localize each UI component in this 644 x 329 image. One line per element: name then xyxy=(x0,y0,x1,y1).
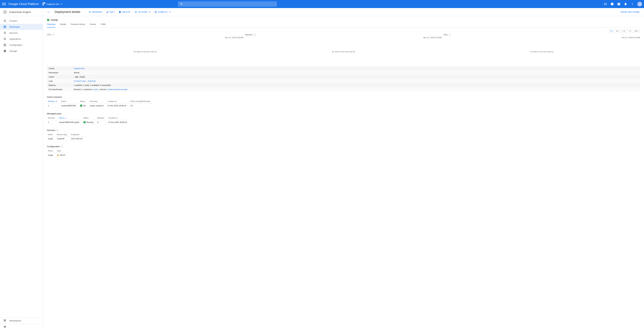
kv-key: Labels xyxy=(47,76,74,78)
col-pods[interactable]: Pods running/Pods total xyxy=(129,99,153,104)
col-created[interactable]: Created on xyxy=(106,99,129,104)
nav-storage[interactable]: Storage xyxy=(0,48,43,54)
col-name[interactable]: Name xyxy=(47,132,56,137)
brand-title: Google Cloud Platform xyxy=(8,2,39,6)
col-restarts[interactable]: Restarts xyxy=(96,116,107,120)
help-icon[interactable]: ? xyxy=(254,34,256,36)
nav-marketplace[interactable]: Marketplace xyxy=(0,318,43,324)
nav-services[interactable]: Services xyxy=(0,30,43,36)
caret-down-icon xyxy=(61,4,62,4)
search-icon xyxy=(180,2,183,6)
refresh-button[interactable]: REFRESH xyxy=(88,11,102,14)
tab-details[interactable]: Details xyxy=(60,23,66,27)
actions-button[interactable]: ACTIONS xyxy=(134,11,150,14)
services-table: Name Service type Endpoints mysql Cluste… xyxy=(47,132,86,141)
table-row[interactable]: 1 mysql-d55697945 ✓OK mysql: mysql:5.6 2… xyxy=(47,104,153,108)
cluster-link[interactable]: magento-test xyxy=(74,68,84,70)
status-ok-icon: ✓ xyxy=(47,19,49,21)
cpu-chart: CPU? Nov 21, 2018 9:33 AM No data for th… xyxy=(47,34,243,64)
tab-revision-history[interactable]: Revision history xyxy=(71,23,85,27)
range-1d[interactable]: 1 d xyxy=(621,29,627,33)
chart-nodata: No data for this time interval xyxy=(245,38,442,64)
hamburger-menu[interactable] xyxy=(2,2,6,6)
more-vert-icon[interactable] xyxy=(630,2,634,6)
managed-pods-title: Managed pods xyxy=(47,112,640,115)
range-30d[interactable]: 30 d xyxy=(633,29,640,33)
chart-nodata: No data for this time interval xyxy=(47,38,243,64)
col-name[interactable]: Name xyxy=(60,99,79,104)
configuration-table: Name Type mysql 🔒 Secret xyxy=(47,149,68,157)
memory-chart: Memory? Nov 21, 2018 9:33 AM No data for… xyxy=(245,34,442,64)
col-name[interactable]: Name ▲ xyxy=(58,116,82,120)
audit-logs-link[interactable]: Audit logs xyxy=(88,80,96,82)
col-summary[interactable]: Summary xyxy=(89,99,107,104)
col-status[interactable]: Status xyxy=(79,99,89,104)
product-title: Kubernetes Engine xyxy=(10,10,31,14)
project-name: magento-test xyxy=(46,3,59,5)
disk-chart: Disk? Nov 21, 2018 9:33 AM No data for t… xyxy=(444,34,640,64)
col-revision[interactable]: Revision xyxy=(47,116,58,120)
range-1h[interactable]: 1 h xyxy=(608,29,614,33)
help-icon[interactable]: ? xyxy=(61,146,63,148)
nav-label: Marketplace xyxy=(10,320,21,322)
chart-title: Disk xyxy=(444,34,448,36)
search-input[interactable] xyxy=(178,1,277,7)
kv-key: Replicas xyxy=(47,84,74,86)
volume-link[interactable]: mysql-persistent-storage xyxy=(107,88,127,90)
range-6h[interactable]: 6 h xyxy=(615,29,621,33)
col-created[interactable]: Created on xyxy=(107,116,130,120)
product-header: Kubernetes Engine xyxy=(0,8,43,16)
active-revisions-table: Revision ▼ Name Status Summary Created o… xyxy=(47,99,153,108)
table-row[interactable]: mysql ClusterIP 10.47.243.127 xyxy=(47,137,86,141)
back-arrow-icon[interactable]: ← xyxy=(47,10,51,14)
time-range-selector: 1 h 6 h 1 d 7 d 30 d xyxy=(608,29,640,33)
range-7d[interactable]: 7 d xyxy=(627,29,633,33)
kv-key: Cluster xyxy=(47,68,74,70)
project-selector[interactable]: magento-test xyxy=(42,2,62,6)
feedback-icon[interactable] xyxy=(610,2,614,6)
nav-label: Configuration xyxy=(10,44,22,46)
notifications-icon[interactable] xyxy=(624,2,627,6)
col-name[interactable]: Name xyxy=(47,149,56,153)
page-title: Deployment details xyxy=(55,10,80,14)
table-row[interactable]: mysql 🔒 Secret xyxy=(47,153,68,157)
show-info-panel-button[interactable]: SHOW INFO PANEL xyxy=(620,11,640,13)
services-title: Services xyxy=(47,129,55,132)
help-icon[interactable]: ? xyxy=(448,34,451,36)
kv-key: Namespace xyxy=(47,72,74,74)
chart-title: CPU xyxy=(47,34,51,36)
table-row[interactable]: 1 mysql-d55697945-vgs5d ✓Running 0 21 No… xyxy=(47,120,130,124)
delete-button[interactable]: DELETE xyxy=(118,11,130,14)
nav-label: Services xyxy=(10,32,18,34)
col-endpoints[interactable]: Endpoints xyxy=(70,132,86,137)
container-logs-link[interactable]: Container logs xyxy=(74,80,86,82)
kubectl-button[interactable]: KUBECTL xyxy=(154,11,171,14)
edit-button[interactable]: EDIT xyxy=(106,11,115,14)
nav-clusters[interactable]: Clusters xyxy=(0,18,43,24)
nav-workloads[interactable]: Workloads xyxy=(0,24,43,30)
active-revisions-title: Active revisions xyxy=(47,96,640,98)
tab-overview[interactable]: Overview xyxy=(47,23,55,28)
collapse-sidebar[interactable]: ◂▮ xyxy=(0,324,43,329)
col-status[interactable]: Status xyxy=(82,116,96,120)
chart-timestamp: Nov 21, 2018 9:33 AM xyxy=(47,36,243,38)
col-revision[interactable]: Revision ▼ xyxy=(47,99,60,104)
tab-events[interactable]: Events xyxy=(90,23,96,27)
kubernetes-icon xyxy=(3,10,7,14)
chart-title: Memory xyxy=(245,34,252,36)
kv-text: , volumes: xyxy=(98,88,107,90)
tab-yaml[interactable]: YAML xyxy=(100,23,106,27)
col-type[interactable]: Type xyxy=(56,149,68,153)
cloud-shell-icon[interactable] xyxy=(604,2,607,6)
svg-marker-0 xyxy=(4,10,6,14)
help-icon[interactable]: ? xyxy=(52,34,54,36)
avatar[interactable] xyxy=(637,2,642,6)
lock-icon: 🔒 xyxy=(57,154,59,156)
deployment-name: mysql xyxy=(51,18,58,22)
help-icon[interactable]: ? xyxy=(56,129,58,131)
col-type[interactable]: Service type xyxy=(56,132,70,137)
nav-applications[interactable]: Applications xyxy=(0,36,43,42)
help-icon[interactable] xyxy=(617,2,620,6)
container-link[interactable]: mysql xyxy=(93,88,98,90)
nav-configuration[interactable]: Configuration xyxy=(0,42,43,48)
